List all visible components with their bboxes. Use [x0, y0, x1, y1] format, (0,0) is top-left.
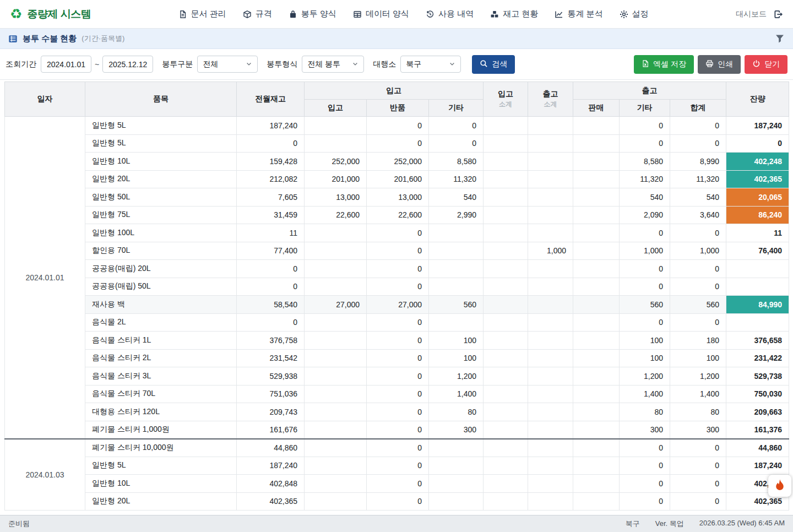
cell-remain: 231,422	[726, 349, 789, 367]
history-icon	[426, 10, 434, 19]
table-body: 2024.01.01일반형 5L187,2400000187,240일반형 5L…	[5, 117, 789, 511]
cell-out-etc: 0	[620, 117, 670, 135]
status-message: 준비됨	[8, 519, 30, 529]
nav-item-bag-format[interactable]: 봉투 양식	[289, 9, 336, 19]
cell-in-subtotal	[484, 188, 528, 207]
cell-item: 일반형 100L	[85, 224, 237, 242]
excel-save-button[interactable]: 엑셀 저장	[634, 55, 694, 74]
date-from-input[interactable]	[41, 56, 91, 73]
nav-right: 대시보드	[736, 9, 783, 19]
cell-out-etc: 0	[620, 278, 670, 296]
cell-in	[305, 439, 367, 457]
period-label: 조회기간	[6, 59, 36, 69]
table-header: 일자 품목 전월재고 입고 입고소계 출고소계 출고 잔량 입고 반품 기타 판…	[5, 82, 789, 117]
cell-in-subtotal	[484, 403, 528, 421]
cell-in-return: 0	[367, 332, 429, 350]
cell-in-subtotal	[484, 349, 528, 367]
cell-in	[305, 134, 367, 153]
cell-in-etc	[429, 242, 484, 260]
cell-out-etc: 100	[620, 349, 670, 367]
cell-out-sale	[573, 403, 620, 421]
nav-item-statistics[interactable]: 통계 분석	[555, 9, 602, 19]
nav-item-data-format[interactable]: 데이터 양식	[353, 9, 409, 19]
agency-select[interactable]: 북구	[400, 56, 461, 73]
search-button[interactable]: 검색	[472, 55, 515, 74]
cell-in-return: 0	[367, 224, 429, 242]
cell-out-subtotal	[528, 170, 573, 188]
filter-funnel-icon[interactable]	[775, 34, 785, 44]
page-subtitle: (기간·품목별)	[82, 34, 124, 44]
col-header-in-group: 입고	[305, 82, 484, 100]
cell-out-total: 0	[670, 134, 726, 153]
excel-file-icon	[642, 59, 649, 69]
cell-out-sale	[573, 224, 620, 242]
cell-in-etc	[429, 492, 484, 511]
cell-in-subtotal	[484, 296, 528, 314]
nav-item-specs[interactable]: 규격	[243, 9, 272, 19]
cell-out-subtotal	[528, 117, 573, 135]
cell-out-total: 540	[670, 188, 726, 207]
cell-in-return: 0	[367, 349, 429, 367]
nav-item-settings[interactable]: 설정	[620, 9, 649, 19]
cell-out-subtotal	[528, 367, 573, 386]
cell-out-sale	[573, 170, 620, 188]
table-row: 일반형 5L187,240000187,240	[5, 457, 789, 475]
cell-in-etc	[429, 313, 484, 332]
chevron-down-icon	[246, 60, 252, 69]
cell-out-total: 0	[670, 457, 726, 475]
cell-in-subtotal	[484, 224, 528, 242]
cell-out-sale	[573, 296, 620, 314]
cell-out-total: 0	[670, 224, 726, 242]
cell-in-return: 0	[367, 492, 429, 511]
cell-date: 2024.01.01	[5, 117, 85, 439]
close-button[interactable]: 닫기	[745, 55, 787, 74]
brand-logo[interactable]: ♻ 종량제 시스템	[10, 7, 91, 21]
cell-in-subtotal	[484, 313, 528, 332]
col-header-remain: 잔량	[726, 82, 789, 117]
cell-item: 일반형 5L	[85, 134, 237, 153]
cell-prev-stock: 751,036	[237, 385, 305, 403]
nav-item-inventory[interactable]: 재고 현황	[490, 9, 538, 19]
col-header-item: 품목	[85, 82, 237, 117]
date-to-input[interactable]	[102, 56, 153, 73]
cell-in-etc	[429, 224, 484, 242]
table-container: 일자 품목 전월재고 입고 입고소계 출고소계 출고 잔량 입고 반품 기타 판…	[0, 80, 793, 515]
cell-out-total: 8,990	[670, 153, 726, 171]
debug-toolbar-badge[interactable]	[768, 475, 791, 497]
cell-in-return: 201,600	[367, 170, 429, 188]
cell-in-etc	[429, 260, 484, 278]
cell-item: 일반형 20L	[85, 492, 237, 511]
cell-in	[305, 367, 367, 386]
cell-in-subtotal	[484, 242, 528, 260]
print-button[interactable]: 인쇄	[698, 55, 741, 74]
nav-item-documents[interactable]: 문서 관리	[178, 9, 226, 19]
cell-in	[305, 457, 367, 475]
search-icon	[480, 59, 488, 69]
bag-format-select[interactable]: 전체 봉투	[302, 56, 364, 73]
cell-remain: 187,240	[726, 457, 789, 475]
cell-prev-stock: 58,540	[237, 296, 305, 314]
cell-remain: 76,400	[726, 242, 789, 260]
cell-in-etc: 300	[429, 421, 484, 439]
cell-out-total: 0	[670, 313, 726, 332]
col-header-out-sale: 판매	[573, 100, 620, 117]
cell-out-etc: 0	[620, 134, 670, 153]
cell-out-subtotal	[528, 278, 573, 296]
cell-out-etc: 0	[620, 439, 670, 457]
cell-prev-stock: 187,240	[237, 457, 305, 475]
cell-remain: 402,248	[726, 153, 789, 171]
cell-out-subtotal	[528, 332, 573, 350]
cell-out-subtotal	[528, 260, 573, 278]
cell-in-subtotal	[484, 367, 528, 386]
cell-in-etc: 2,990	[429, 206, 484, 224]
cell-out-total: 80	[670, 403, 726, 421]
cell-in-return: 0	[367, 134, 429, 153]
cell-in-etc	[429, 278, 484, 296]
cell-in-subtotal	[484, 153, 528, 171]
nav-item-usage-history[interactable]: 사용 내역	[426, 9, 474, 19]
dashboard-link[interactable]: 대시보드	[736, 9, 767, 19]
cell-out-sale	[573, 492, 620, 511]
logout-icon[interactable]	[773, 9, 783, 19]
cell-prev-stock: 0	[237, 134, 305, 153]
bag-type-select[interactable]: 전체	[197, 56, 258, 73]
